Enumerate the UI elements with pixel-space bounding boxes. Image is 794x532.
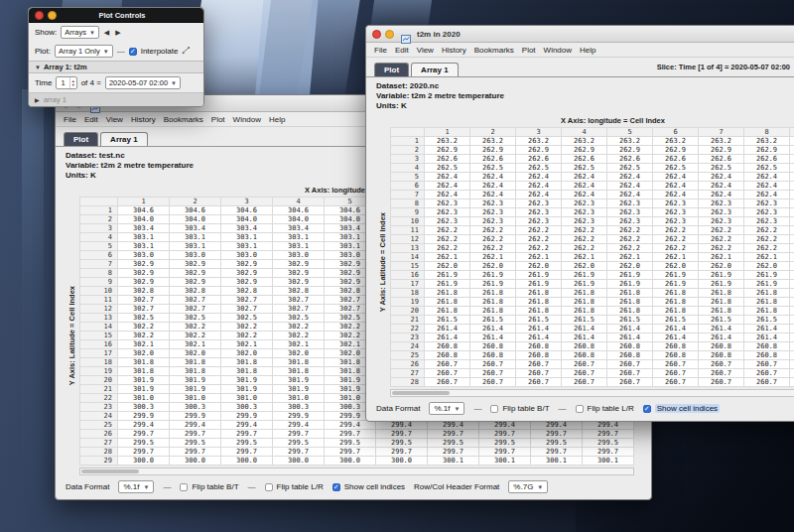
close-button[interactable] <box>372 30 381 39</box>
show-cell-indices-checkbox[interactable]: ✓ Show cell indices <box>332 482 405 491</box>
time-row: Time 1 ▲▼ of 4 = 2020-05-07 02:00▼ <box>29 73 203 92</box>
data-cell: 300.0 <box>273 457 325 466</box>
menu-file[interactable]: File <box>64 115 76 124</box>
row-header: 4 <box>80 233 118 242</box>
menu-bookmarks[interactable]: Bookmarks <box>474 46 514 55</box>
tab-plot[interactable]: Plot <box>374 63 409 76</box>
menu-bookmarks[interactable]: Bookmarks <box>164 115 203 124</box>
checkbox-icon[interactable] <box>576 405 584 413</box>
data-format-select[interactable]: %.1f▼ <box>429 402 464 415</box>
checkbox-icon[interactable]: ✓ <box>332 483 340 491</box>
menu-history[interactable]: History <box>442 46 466 55</box>
tab-plot[interactable]: Plot <box>64 132 98 146</box>
data-cell: 301.8 <box>221 367 273 376</box>
data-cell: 261.8 <box>516 298 562 307</box>
column-header: 4 <box>562 128 607 137</box>
minimize-button[interactable] <box>48 11 57 20</box>
menu-history[interactable]: History <box>131 115 156 124</box>
row-header: 10 <box>80 287 118 296</box>
time-stepper[interactable]: 1 ▲▼ <box>56 76 76 89</box>
plot-style-icon[interactable] <box>182 46 191 57</box>
menu-help[interactable]: Help <box>269 115 285 124</box>
interpolate-checkbox[interactable]: ✓ Interpolate <box>129 47 179 56</box>
data-cell: 260.8 <box>790 351 794 360</box>
data-cell: 302.9 <box>273 278 325 287</box>
data-cell: 262.4 <box>744 182 790 191</box>
menu-plot[interactable]: Plot <box>522 46 536 55</box>
menu-edit[interactable]: Edit <box>84 115 98 124</box>
table-row: 15262.0262.0262.0262.0262.0262.0262.0262… <box>391 262 794 271</box>
stepper-arrows-icon[interactable]: ▲▼ <box>69 77 76 88</box>
data-cell: 260.7 <box>699 378 744 387</box>
flip-bt-checkbox[interactable]: Flip table B/T <box>180 482 238 491</box>
titlebar[interactable]: t2m in 2020 <box>366 26 794 43</box>
show-cell-indices-checkbox[interactable]: ✓ Show cell indices <box>643 404 720 413</box>
data-cell: 262.4 <box>562 191 607 200</box>
data-cell: 261.9 <box>699 271 744 280</box>
rowcol-format-select[interactable]: %.7G▼ <box>508 480 548 493</box>
data-cell: 301.9 <box>273 376 325 385</box>
checkbox-icon[interactable] <box>490 405 498 413</box>
data-cell: 260.7 <box>562 360 607 369</box>
scrollbar-thumb[interactable] <box>81 469 139 473</box>
show-select[interactable]: Arrays▼ <box>61 26 99 39</box>
data-cell: 302.9 <box>221 260 273 269</box>
data-cell: 262.1 <box>470 253 516 262</box>
checkbox-icon[interactable]: ✓ <box>643 405 651 413</box>
array-section-header[interactable]: ▼ Array 1: t2m <box>29 61 203 73</box>
row-header: 2 <box>391 146 425 155</box>
table-row: 13262.2262.2262.2262.2262.2262.2262.2262… <box>391 244 794 253</box>
minimize-button[interactable] <box>385 30 394 39</box>
menu-edit[interactable]: Edit <box>395 46 409 55</box>
checkbox-icon[interactable] <box>265 483 273 491</box>
data-cell: 304.6 <box>118 206 170 215</box>
corner-cell <box>391 128 425 137</box>
flip-bt-checkbox[interactable]: Flip table B/T <box>490 404 549 413</box>
data-cell: 304.0 <box>221 215 273 224</box>
checkbox-icon[interactable]: ✓ <box>129 48 137 56</box>
horizontal-scrollbar[interactable] <box>390 389 794 397</box>
row-header: 2 <box>80 215 118 224</box>
menu-window[interactable]: Window <box>544 46 572 55</box>
checkbox-icon[interactable] <box>180 483 188 491</box>
menu-plot[interactable]: Plot <box>211 115 225 124</box>
data-cell: 302.8 <box>273 287 325 296</box>
column-header: 1 <box>425 128 470 137</box>
next-button[interactable]: ▶ <box>114 29 121 37</box>
variable-label: Variable: t2m 2 metre temperature <box>376 91 794 101</box>
prev-button[interactable]: ◀ <box>103 29 110 37</box>
data-cell: 260.8 <box>562 351 607 360</box>
menu-view[interactable]: View <box>106 115 123 124</box>
row-header: 23 <box>391 333 425 342</box>
scrollbar-thumb[interactable] <box>392 391 450 395</box>
data-cell: 302.7 <box>221 296 273 305</box>
collapse-triangle-icon[interactable]: ▼ <box>35 65 41 70</box>
horizontal-scrollbar[interactable] <box>79 467 634 475</box>
expand-triangle-icon[interactable]: ▶ <box>35 96 40 103</box>
close-button[interactable] <box>35 11 44 20</box>
data-format-select[interactable]: %.1f▼ <box>118 480 154 493</box>
titlebar[interactable]: Plot Controls <box>29 8 203 23</box>
data-cell: 301.8 <box>118 358 170 367</box>
menu-window[interactable]: Window <box>233 115 261 124</box>
data-cell: 261.4 <box>516 333 562 342</box>
collapsed-array-item[interactable]: ▶ array 1 <box>29 92 203 106</box>
data-cell: 302.2 <box>118 332 170 340</box>
plot-select[interactable]: Array 1 Only▼ <box>55 45 113 58</box>
data-cell: 302.1 <box>221 340 273 349</box>
menu-file[interactable]: File <box>374 46 387 55</box>
row-header: 19 <box>391 298 425 307</box>
flip-lr-checkbox[interactable]: Flip table L/R <box>265 482 324 491</box>
data-cell: 303.1 <box>221 242 273 251</box>
data-cell: 304.0 <box>118 215 170 224</box>
flip-lr-checkbox[interactable]: Flip table L/R <box>576 404 634 413</box>
time-slice-select[interactable]: 2020-05-07 02:00▼ <box>105 76 181 89</box>
tab-array-1[interactable]: Array 1 <box>411 63 459 76</box>
row-header: 28 <box>80 448 118 457</box>
data-cell: 261.4 <box>470 333 516 342</box>
tab-array-1[interactable]: Array 1 <box>100 132 148 146</box>
data-cell: 260.7 <box>562 378 607 387</box>
column-header: 8 <box>744 128 790 137</box>
menu-view[interactable]: View <box>417 46 434 55</box>
menu-help[interactable]: Help <box>580 46 596 55</box>
